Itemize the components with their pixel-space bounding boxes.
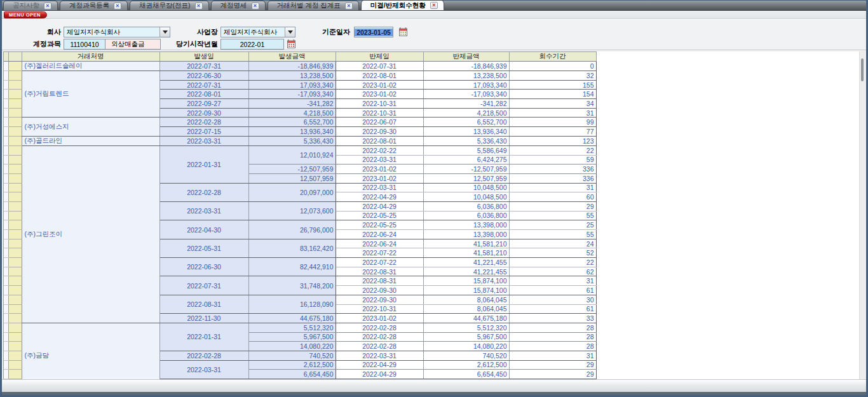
grid-cell-period[interactable]: 0 (509, 62, 596, 71)
grid-cell-issue-amount[interactable]: 31,748,200 (248, 276, 336, 295)
grid-cell-issue-amount[interactable]: 6,552,700 (248, 118, 336, 127)
grid-cell-settle-date[interactable]: 2022-08-31 (336, 276, 423, 286)
period-start-input[interactable]: 2022-01 (220, 39, 284, 50)
grid-cell-customer[interactable]: (주)겔러리드슬레이 (22, 62, 159, 71)
calendar-icon[interactable] (399, 27, 407, 37)
grid-cell-issue-date[interactable]: 2022-05-31 (159, 239, 248, 257)
grid-cell-issue-date[interactable]: 2022-08-31 (159, 295, 248, 313)
grid-cell-settle-amount[interactable]: -18,846,939 (423, 62, 509, 71)
grid-cell-issue-amount[interactable]: 5,512,320 (248, 323, 336, 332)
grid-cell-settle-amount[interactable]: 14,080,220 (423, 342, 509, 351)
grid-row-strip[interactable] (4, 155, 8, 165)
grid-row-strip[interactable] (4, 145, 8, 155)
grid-cell-issue-amount[interactable]: 4,218,500 (248, 108, 336, 118)
grid-cell-settle-date[interactable]: 2023-01-02 (336, 90, 423, 99)
grid-cell-period[interactable]: 24 (509, 239, 596, 248)
grid-row-selector[interactable] (8, 360, 22, 370)
grid-cell-settle-date[interactable]: 2022-10-31 (336, 99, 423, 109)
grid-cell-settle-amount[interactable]: -341,282 (423, 99, 509, 109)
tab-0[interactable]: 공지사항× (3, 1, 58, 10)
grid-cell-issue-amount[interactable]: 5,336,430 (248, 136, 336, 145)
grid-row-strip[interactable] (4, 248, 8, 258)
grid-cell-settle-date[interactable]: 2022-07-22 (336, 248, 423, 258)
grid-cell-settle-date[interactable]: 2022-03-31 (336, 183, 423, 192)
grid-row-selector[interactable] (8, 192, 22, 202)
grid-row-strip[interactable] (4, 108, 8, 118)
grid-cell-issue-amount[interactable]: 12,010,924 (248, 145, 336, 164)
grid-cell-settle-amount[interactable]: 2,612,500 (423, 360, 509, 370)
base-date-input[interactable]: 2023-01-05 (354, 27, 393, 37)
grid-cell-issue-date[interactable]: 2022-09-27 (159, 99, 248, 109)
grid-cell-settle-amount[interactable]: 15,874,100 (423, 276, 509, 286)
grid-row-selector[interactable] (8, 165, 22, 174)
grid-cell-settle-date[interactable]: 2022-06-24 (336, 239, 423, 248)
grid-cell-settle-date[interactable]: 2023-01-02 (336, 165, 423, 174)
grid-row-strip[interactable] (4, 230, 8, 239)
grid-cell-settle-date[interactable]: 2022-02-28 (336, 332, 423, 342)
grid-cell-issue-amount[interactable]: 14,080,220 (248, 342, 336, 351)
grid-cell-period[interactable]: 52 (509, 248, 596, 258)
grid-cell-settle-amount[interactable]: 41,221,455 (423, 267, 509, 276)
grid-cell-customer[interactable]: (주)거림트렌드 (22, 71, 159, 118)
col-header-settle-date[interactable]: 반제일 (336, 52, 423, 62)
grid-cell-issue-amount[interactable]: 12,073,600 (248, 201, 336, 220)
grid-row-selector[interactable] (8, 379, 22, 380)
grid-cell-settle-date[interactable] (159, 379, 248, 380)
grid-cell-settle-amount[interactable]: -12,507,959 (423, 165, 509, 174)
grid-row-selector[interactable] (8, 62, 22, 71)
grid-row-strip[interactable] (4, 165, 8, 174)
grid-cell-issue-date[interactable]: 2022-02-28 (159, 118, 248, 127)
col-header-period[interactable]: 회수기간 (509, 52, 596, 62)
grid-cell-period[interactable]: 34 (509, 99, 596, 109)
grid-row-strip[interactable] (4, 62, 8, 71)
grid-cell-period[interactable]: 60 (509, 192, 596, 202)
grid-row-selector[interactable] (8, 342, 22, 351)
grid-cell-issue-amount[interactable]: 16,128,090 (248, 295, 336, 313)
site-select[interactable]: 제일저지주식회사 (220, 27, 295, 37)
grid-cell-issue-date[interactable]: 2022-11-30 (159, 314, 248, 323)
grid-row-strip[interactable] (4, 239, 8, 248)
grid-row-selector[interactable] (8, 267, 22, 276)
grid-row-selector[interactable] (8, 108, 22, 118)
grid-cell-issue-amount[interactable]: 26,796,000 (248, 220, 336, 239)
grid-row-strip[interactable] (4, 342, 8, 351)
grid-cell-period[interactable]: 31 (509, 183, 596, 192)
grid-cell-issue-amount[interactable]: 6,654,450 (248, 370, 336, 379)
grid-row-selector[interactable] (8, 304, 22, 314)
grid-row-selector[interactable] (8, 145, 22, 155)
grid-cell-period[interactable]: 336 (509, 173, 596, 183)
grid-row-selector[interactable] (8, 71, 22, 81)
grid-cell-period[interactable]: 61 (509, 286, 596, 295)
grid-cell-settle-date[interactable]: 2022-10-31 (336, 108, 423, 118)
grid-cell-settle-amount[interactable]: 13,398,000 (423, 220, 509, 230)
grid-cell-settle-date[interactable]: 2022-09-30 (336, 127, 423, 137)
grid-cell-settle-date[interactable]: 2022-09-30 (336, 295, 423, 304)
grid-cell-issue-amount[interactable]: 17,093,340 (248, 80, 336, 90)
grid-row-strip[interactable] (4, 304, 8, 314)
grid-cell-settle-amount[interactable]: 6,424,275 (423, 155, 509, 165)
tab-close-icon[interactable]: × (195, 3, 203, 10)
grid-row-strip[interactable] (4, 80, 8, 90)
grid-row-strip[interactable] (4, 183, 8, 192)
grid-row-strip[interactable] (4, 332, 8, 342)
grid-cell-period[interactable]: 77 (509, 127, 596, 137)
grid-cell-customer[interactable]: (주)골드라인 (22, 136, 159, 145)
grid-row-selector[interactable] (8, 211, 22, 220)
grid-cell-settle-amount[interactable] (248, 379, 336, 380)
grid-cell-settle-amount[interactable]: 41,581,210 (423, 239, 509, 248)
grid-row-strip[interactable] (4, 379, 8, 380)
grid-row-strip[interactable] (4, 276, 8, 286)
grid-cell-period[interactable]: 28 (509, 342, 596, 351)
grid-row-selector[interactable] (8, 230, 22, 239)
grid-row-selector[interactable] (8, 323, 22, 332)
grid-cell-settle-amount[interactable]: 44,675,180 (423, 314, 509, 323)
grid-row-selector[interactable] (8, 370, 22, 379)
grid-cell-settle-amount[interactable]: 17,093,340 (423, 80, 509, 90)
grid-row-strip[interactable] (4, 127, 8, 137)
grid-cell-issue-date[interactable]: 2022-07-31 (159, 80, 248, 90)
grid-cell-settle-amount[interactable]: 41,221,455 (423, 258, 509, 267)
grid-cell-settle-date[interactable]: 2022-05-25 (336, 211, 423, 220)
grid-row-strip[interactable] (4, 173, 8, 183)
grid-cell-settle-date[interactable]: 2023-01-02 (336, 173, 423, 183)
grid-cell-issue-amount[interactable]: 82,442,910 (248, 258, 336, 276)
